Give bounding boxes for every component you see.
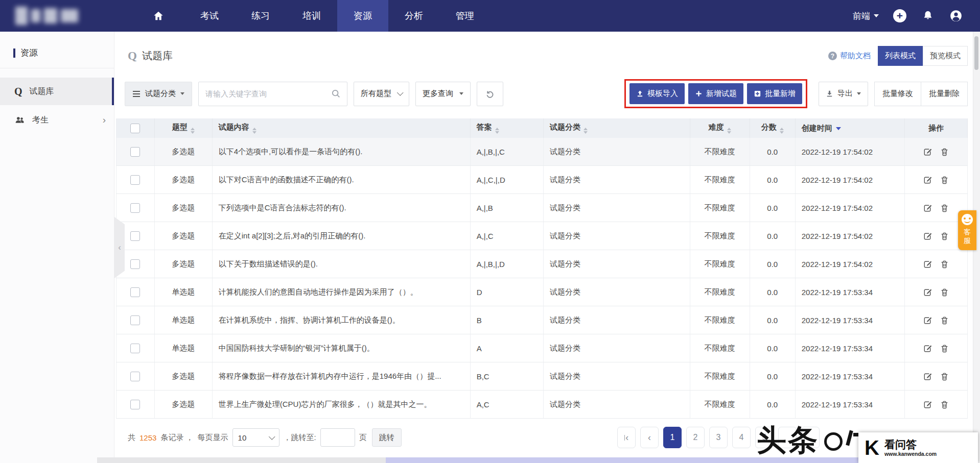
delete-button[interactable]: [940, 147, 949, 157]
cell-category: 试题分类: [544, 334, 690, 362]
edit-button[interactable]: [923, 400, 932, 409]
delete-button[interactable]: [940, 203, 949, 213]
column-header[interactable]: 分数: [750, 118, 795, 138]
row-checkbox[interactable]: [130, 147, 140, 157]
search-icon[interactable]: [331, 89, 341, 99]
row-actions-cell: [904, 334, 967, 362]
row-checkbox[interactable]: [130, 175, 140, 185]
preview-mode-button[interactable]: 预览模式: [923, 46, 968, 66]
user-menu[interactable]: 前端: [853, 10, 879, 22]
cell-content: 以下4个选项中,可以看作是一条语句的有().: [212, 138, 470, 166]
sidebar-item-question-bank[interactable]: Q 试题库: [0, 78, 114, 105]
page-button[interactable]: 4: [732, 427, 751, 448]
add-question-button[interactable]: 新增试题: [688, 83, 743, 104]
column-header[interactable]: 题型: [154, 118, 212, 138]
sort-icons: [584, 128, 588, 134]
delete-button[interactable]: [940, 259, 949, 269]
cell-score: 0.0: [750, 334, 795, 362]
column-header[interactable]: 答案: [470, 118, 543, 138]
edit-button[interactable]: [923, 315, 932, 325]
edit-icon: [923, 372, 932, 381]
template-import-button[interactable]: 模板导入: [629, 83, 685, 104]
delete-button[interactable]: [940, 372, 949, 381]
trash-icon: [940, 315, 949, 325]
edit-button[interactable]: [923, 259, 932, 269]
nav-item[interactable]: 考试: [184, 0, 235, 32]
caret-down-icon: [180, 92, 184, 95]
column-header[interactable]: 试题分类: [544, 118, 690, 138]
edit-button[interactable]: [923, 147, 932, 157]
view-mode-toggle: 列表模式 预览模式: [878, 46, 968, 66]
delete-button[interactable]: [940, 400, 949, 409]
header-checkbox[interactable]: [130, 124, 140, 133]
table-row: 多选题将程序像数据一样存放在计算机内存中运行，是1946年由（）提...B,C试…: [116, 362, 968, 391]
row-checkbox[interactable]: [130, 259, 140, 269]
edit-button[interactable]: [923, 344, 932, 353]
row-actions-cell: [904, 166, 967, 194]
delete-button[interactable]: [940, 344, 949, 353]
edit-button[interactable]: [923, 175, 932, 185]
batch-delete-button[interactable]: 批量删除: [921, 82, 968, 106]
column-header-label: 分数: [761, 123, 777, 131]
edit-button[interactable]: [923, 287, 932, 297]
per-page-select[interactable]: 10: [232, 428, 279, 447]
scrollbar-thumb[interactable]: [974, 36, 978, 70]
batch-add-button[interactable]: 批量新增: [747, 83, 802, 104]
add-icon[interactable]: +: [893, 9, 906, 22]
jump-page-input[interactable]: [320, 428, 355, 447]
edit-button[interactable]: [923, 231, 932, 241]
export-dropdown[interactable]: 导出: [819, 82, 868, 106]
page-button[interactable]: 1: [663, 427, 682, 448]
column-header-label: 试题分类: [550, 123, 580, 131]
prev-page-button[interactable]: ‹: [640, 427, 659, 448]
row-checkbox[interactable]: [130, 231, 140, 241]
help-link[interactable]: ? 帮助文档: [828, 51, 871, 61]
nav-item[interactable]: 资源: [337, 0, 388, 32]
cell-content: 以下关于数组描述错误的是().: [212, 250, 470, 278]
list-mode-button[interactable]: 列表模式: [878, 46, 923, 66]
bell-icon[interactable]: [921, 9, 935, 23]
row-checkbox[interactable]: [130, 203, 140, 213]
chevron-down-icon: [397, 89, 404, 96]
nav-item-home[interactable]: [133, 0, 184, 32]
cell-category: 试题分类: [544, 222, 690, 250]
row-checkbox[interactable]: [130, 315, 140, 325]
column-header[interactable]: 试题内容: [212, 118, 470, 138]
first-page-button[interactable]: ‹: [617, 427, 636, 448]
nav-item[interactable]: 管理: [439, 0, 491, 32]
delete-button[interactable]: [940, 315, 949, 325]
row-checkbox[interactable]: [130, 400, 140, 409]
cell-score: 0.0: [750, 306, 795, 334]
row-checkbox[interactable]: [130, 372, 140, 381]
nav-item[interactable]: 培训: [286, 0, 337, 32]
page-title: 试题库: [142, 49, 173, 63]
sidebar-item-examinees[interactable]: 考生 ›: [0, 106, 114, 134]
row-checkbox[interactable]: [130, 344, 140, 353]
search-input[interactable]: [198, 82, 347, 106]
page-button[interactable]: 2: [686, 427, 705, 448]
list-menu-icon: [133, 93, 140, 94]
batch-edit-button[interactable]: 批量修改: [874, 82, 921, 106]
user-avatar-icon[interactable]: [949, 9, 963, 23]
delete-button[interactable]: [940, 231, 949, 241]
nav-item[interactable]: 分析: [388, 0, 439, 32]
delete-button[interactable]: [940, 287, 949, 297]
cell-category: 试题分类: [544, 278, 690, 306]
refresh-button[interactable]: [477, 82, 503, 106]
customer-service-button[interactable]: 客服: [958, 210, 976, 250]
page-button[interactable]: 3: [709, 427, 728, 448]
jump-button[interactable]: 跳转: [372, 428, 402, 447]
row-checkbox[interactable]: [130, 287, 140, 297]
edit-button[interactable]: [923, 372, 932, 381]
column-header[interactable]: 创建时间: [795, 118, 904, 138]
sidebar-collapse-handle[interactable]: ‹: [114, 217, 125, 278]
column-header[interactable]: 难度: [690, 118, 750, 138]
category-filter-button[interactable]: 试题分类: [125, 82, 192, 106]
edit-button[interactable]: [923, 203, 932, 213]
more-query-dropdown[interactable]: 更多查询: [415, 82, 471, 106]
nav-item[interactable]: 练习: [235, 0, 286, 32]
delete-button[interactable]: [940, 175, 949, 185]
trash-icon: [940, 203, 949, 213]
per-page-value: 10: [238, 433, 247, 442]
question-type-select[interactable]: 所有题型: [354, 82, 409, 106]
